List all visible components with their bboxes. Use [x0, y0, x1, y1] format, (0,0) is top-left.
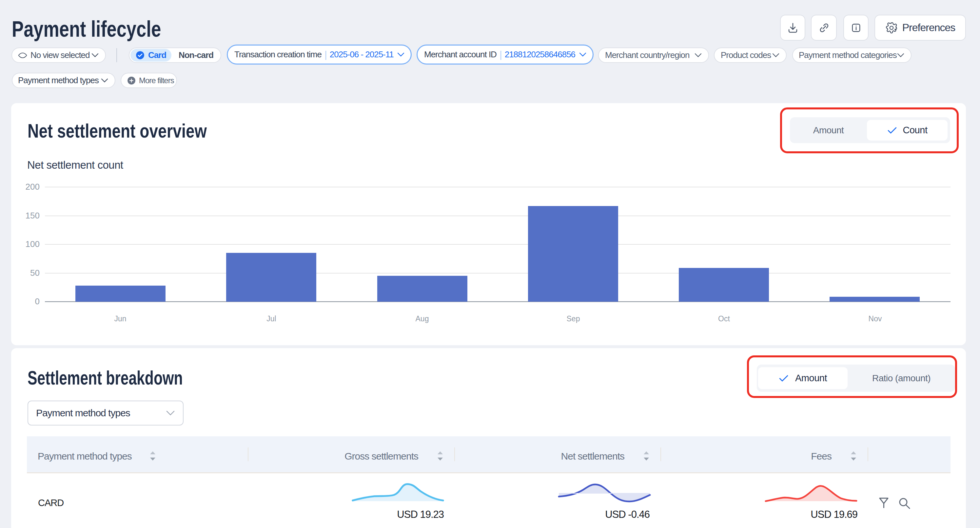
svg-text:CARD: CARD: [38, 498, 64, 508]
svg-text:Fees: Fees: [811, 451, 832, 461]
svg-text:Gross settlements: Gross settlements: [344, 451, 418, 461]
svg-text:USD -0.46: USD -0.46: [605, 509, 650, 520]
svg-text:USD 19.23: USD 19.23: [397, 509, 444, 520]
svg-text:Payment method types: Payment method types: [38, 451, 132, 461]
svg-text:Net settlements: Net settlements: [561, 451, 624, 461]
svg-text:USD 19.69: USD 19.69: [811, 509, 858, 520]
